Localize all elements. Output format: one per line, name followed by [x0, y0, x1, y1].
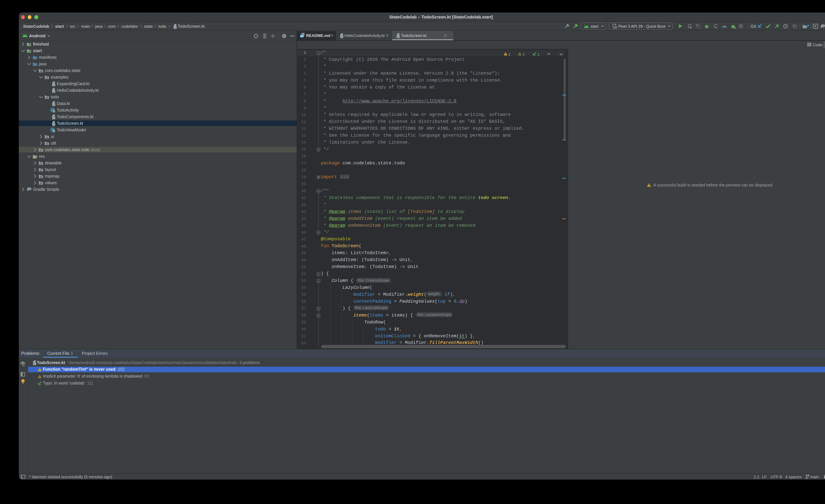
svg-text:MD: MD [300, 35, 303, 38]
